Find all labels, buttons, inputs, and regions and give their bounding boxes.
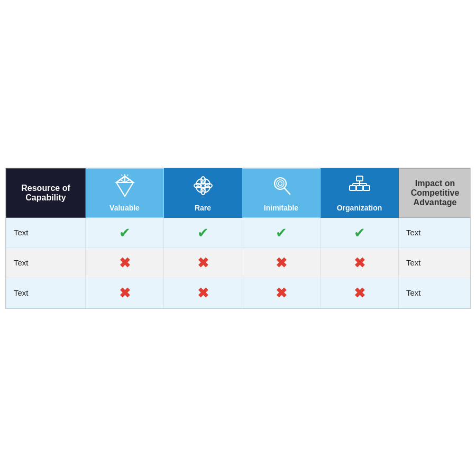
- org-chart-icon: [325, 174, 394, 200]
- svg-line-7: [122, 175, 122, 176]
- resource-cell: Text: [6, 248, 86, 278]
- svg-rect-21: [356, 176, 363, 181]
- vrio-table: Resource of Capability: [5, 168, 471, 309]
- inimitable-label: Inimitable: [246, 204, 316, 212]
- valuable-label: Valuable: [90, 204, 159, 212]
- resource-header: Resource of Capability: [6, 168, 86, 217]
- rare-header: Rare: [164, 168, 242, 217]
- check-icon: ✔: [197, 225, 209, 241]
- impact-cell: Text: [399, 248, 471, 278]
- cross-icon: ✖: [197, 285, 209, 301]
- table-row: Text ✔ ✔ ✔ ✔ Text: [6, 217, 471, 248]
- cross-icon: ✖: [119, 255, 131, 271]
- flower-icon: [168, 174, 237, 200]
- org-header: Organization: [321, 168, 399, 217]
- cross-icon: ✖: [354, 255, 365, 271]
- svg-rect-29: [363, 186, 370, 190]
- valuable-cell: ✖: [86, 248, 164, 278]
- inimitable-cell: ✖: [242, 248, 321, 278]
- svg-point-13: [195, 178, 204, 186]
- rare-cell: ✖: [164, 278, 242, 308]
- cross-icon: ✖: [276, 255, 287, 271]
- rare-cell: ✔: [164, 217, 242, 248]
- inimitable-cell: ✖: [242, 278, 321, 308]
- svg-point-15: [195, 185, 204, 194]
- rare-label: Rare: [168, 204, 237, 212]
- cross-icon: ✖: [354, 285, 365, 301]
- org-cell: ✖: [321, 248, 399, 278]
- impact-header: Impact on Competitive Advantage: [399, 168, 471, 217]
- check-icon: ✔: [276, 225, 287, 241]
- diamond-icon: [90, 174, 159, 200]
- table-row: Text ✖ ✖ ✖ ✖ Text: [6, 278, 471, 308]
- check-icon: ✔: [119, 225, 131, 241]
- cross-icon: ✖: [276, 285, 287, 301]
- org-label: Organization: [325, 204, 394, 212]
- inimitable-header: Inimitable: [242, 168, 321, 217]
- table-row: Text ✖ ✖ ✖ ✖ Text: [6, 248, 471, 278]
- resource-header-label: Resource of Capability: [21, 184, 70, 202]
- impact-cell: Text: [399, 278, 471, 308]
- valuable-header: Valuable: [86, 168, 164, 217]
- magnifier-icon: [246, 174, 316, 200]
- inimitable-cell: ✔: [242, 217, 321, 248]
- check-icon: ✔: [354, 225, 365, 241]
- impact-header-label: Impact on Competitive Advantage: [411, 179, 460, 207]
- svg-point-14: [203, 178, 211, 186]
- rare-cell: ✖: [164, 248, 242, 278]
- svg-rect-27: [350, 186, 356, 190]
- svg-point-18: [277, 180, 284, 187]
- svg-point-19: [278, 181, 282, 185]
- svg-line-6: [127, 175, 128, 176]
- svg-line-20: [285, 188, 290, 194]
- valuable-cell: ✖: [86, 278, 164, 308]
- svg-point-16: [203, 185, 211, 194]
- valuable-cell: ✔: [86, 217, 164, 248]
- org-cell: ✖: [321, 278, 399, 308]
- resource-cell: Text: [6, 278, 86, 308]
- cross-icon: ✖: [119, 285, 131, 301]
- org-cell: ✔: [321, 217, 399, 248]
- impact-cell: Text: [399, 217, 471, 248]
- svg-rect-28: [356, 186, 363, 190]
- resource-cell: Text: [6, 217, 86, 248]
- cross-icon: ✖: [197, 255, 209, 271]
